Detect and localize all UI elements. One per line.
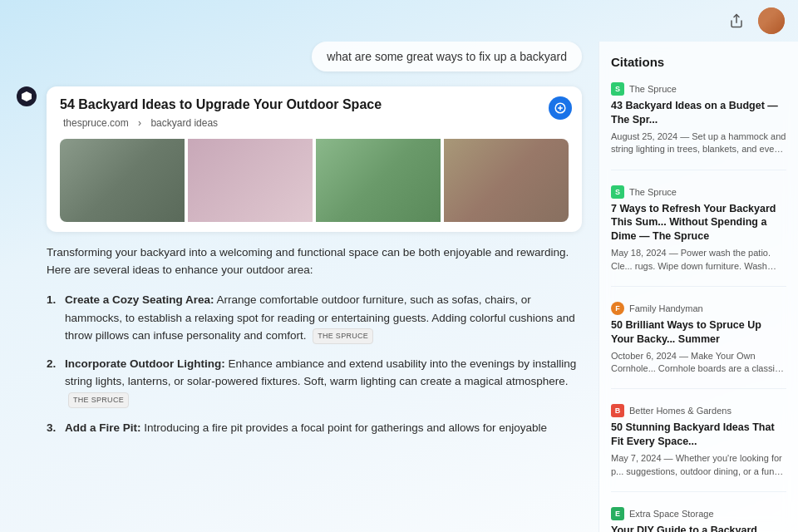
citation-source-3: F Family Handyman [611, 302, 786, 315]
list-num-1: 1. [47, 291, 62, 345]
citation-source-2: S The Spruce [611, 185, 786, 199]
main-layout: what are some great ways to fix up a bac… [0, 42, 798, 532]
list-num-2: 2. [47, 355, 62, 409]
copy-button[interactable] [549, 96, 572, 120]
citation-source-4: B Better Homes & Gardens [611, 404, 786, 417]
breadcrumb-separator: › [138, 117, 144, 129]
citation-date-4: May 7, 2024 — Whether you're looking for… [611, 452, 786, 478]
citation-headline-4: 50 Stunning Backyard Ideas That Fit Ever… [611, 421, 786, 449]
user-message-text: what are some great ways to fix up a bac… [327, 50, 567, 63]
citation-date-3: October 6, 2024 — Make Your Own Cornhole… [611, 350, 786, 376]
list-bold-1: Create a Cozy Seating Area: [65, 293, 214, 306]
citation-source-1: S The Spruce [611, 82, 786, 96]
citation-source-name-4: Better Homes & Gardens [629, 406, 732, 416]
citation-headline-2: 7 Ways to Refresh Your Backyard This Sum… [611, 202, 786, 244]
source-title: 54 Backyard Ideas to Upgrade Your Outdoo… [60, 96, 569, 114]
source-tag-1: THE SPRUCE [313, 328, 373, 343]
user-message: what are some great ways to fix up a bac… [312, 42, 582, 71]
ai-response: 54 Backyard Ideas to Upgrade Your Outdoo… [17, 86, 582, 446]
citation-item-1[interactable]: S The Spruce 43 Backyard Ideas on a Budg… [611, 82, 786, 170]
intro-text: Transforming your backyard into a welcom… [47, 244, 582, 279]
list-bold-3: Add a Fire Pit: [65, 421, 141, 434]
source-image-2 [188, 139, 313, 222]
header [0, 0, 798, 42]
citation-headline-3: 50 Brilliant Ways to Spruce Up Your Back… [611, 318, 786, 347]
citation-source-name-3: Family Handyman [629, 303, 703, 313]
citation-source-name-1: The Spruce [629, 84, 677, 94]
list-body-1: Create a Cozy Seating Area: Arrange comf… [65, 291, 582, 345]
list-body-2: Incorporate Outdoor Lighting: Enhance am… [65, 355, 582, 409]
list-item-1: 1. Create a Cozy Seating Area: Arrange c… [47, 291, 582, 345]
citation-headline-5: Your DIY Guide to a Backyard Makeover o.… [611, 524, 786, 532]
citation-favicon-3: F [611, 302, 624, 315]
list-item-3: 3. Add a Fire Pit: Introducing a fire pi… [47, 419, 582, 437]
source-image-1 [60, 139, 185, 222]
source-tag-2: THE SPRUCE [68, 392, 129, 407]
citation-date-2: May 18, 2024 — Power wash the patio. Cle… [611, 247, 786, 273]
citation-favicon-5: E [611, 507, 624, 520]
source-image-3 [316, 139, 441, 222]
citation-date-label-2: May 18, 2024 [611, 248, 667, 258]
content-area: what are some great ways to fix up a bac… [0, 42, 598, 532]
source-card: 54 Backyard Ideas to Upgrade Your Outdoo… [47, 86, 582, 232]
ai-logo-inner [22, 91, 32, 101]
list-bold-2: Incorporate Outdoor Lighting: [65, 357, 225, 370]
citation-headline-1: 43 Backyard Ideas on a Budget — The Spr.… [611, 99, 786, 127]
source-breadcrumb[interactable]: thespruce.com › backyard ideas [60, 117, 569, 129]
citation-item-5[interactable]: E Extra Space Storage Your DIY Guide to … [611, 507, 786, 532]
ai-content: 54 Backyard Ideas to Upgrade Your Outdoo… [47, 86, 582, 446]
user-message-container: what are some great ways to fix up a bac… [17, 42, 582, 71]
citation-favicon-1: S [611, 82, 624, 96]
numbered-list: 1. Create a Cozy Seating Area: Arrange c… [47, 291, 582, 436]
citation-date-label-4: May 7, 2024 [611, 453, 662, 463]
list-text-3: Introducing a fire pit provides a focal … [144, 421, 547, 434]
citations-title: Citations [611, 55, 786, 69]
avatar[interactable] [758, 7, 785, 34]
source-image-4 [444, 139, 569, 222]
citation-item-3[interactable]: F Family Handyman 50 Brilliant Ways to S… [611, 302, 786, 390]
breadcrumb-section: backyard ideas [150, 117, 218, 129]
list-num-3: 3. [47, 419, 62, 437]
citation-item-4[interactable]: B Better Homes & Gardens 50 Stunning Bac… [611, 404, 786, 492]
ai-logo [17, 86, 37, 106]
list-body-3: Add a Fire Pit: Introducing a fire pit p… [65, 419, 547, 437]
citation-source-5: E Extra Space Storage [611, 507, 786, 520]
citation-date-label-3: October 6, 2024 [611, 351, 677, 361]
citation-favicon-2: S [611, 185, 624, 199]
share-button[interactable] [723, 7, 750, 34]
citation-favicon-4: B [611, 404, 624, 417]
citation-source-name-5: Extra Space Storage [629, 509, 714, 519]
breadcrumb-domain: thespruce.com [63, 117, 129, 129]
source-images [60, 139, 569, 222]
citation-source-name-2: The Spruce [629, 187, 677, 197]
citation-date-label-1: August 25, 2024 [611, 131, 677, 141]
list-item-2: 2. Incorporate Outdoor Lighting: Enhance… [47, 355, 582, 409]
citation-item-2[interactable]: S The Spruce 7 Ways to Refresh Your Back… [611, 185, 786, 287]
citation-date-1: August 25, 2024 — Set up a hammock and s… [611, 131, 786, 156]
citations-sidebar: Citations S The Spruce 43 Backyard Ideas… [598, 42, 798, 532]
